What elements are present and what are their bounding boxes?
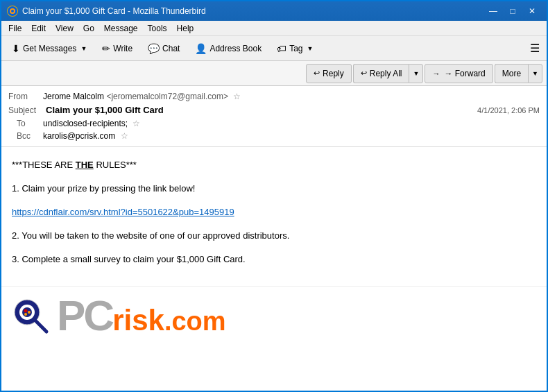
main-toolbar: ⬇ Get Messages ▼ ✏ Write 💬 Chat 👤 Addres…	[1, 36, 547, 61]
email-headers: From Jerome Malcolm <jeromemalcolm72@gma…	[1, 86, 547, 147]
from-email: <jeromemalcolm72@gmail.com>	[106, 92, 228, 101]
to-value: undisclosed-recipients; ☆	[43, 119, 540, 128]
chat-icon: 💬	[148, 43, 160, 54]
to-star-icon[interactable]: ☆	[132, 119, 140, 128]
address-book-icon: 👤	[195, 43, 207, 54]
email-date: 4/1/2021, 2:06 PM	[477, 106, 540, 114]
chat-button[interactable]: 💬 Chat	[142, 39, 186, 58]
logo-dotcom: .com	[164, 308, 226, 334]
reply-all-dropdown[interactable]: ▼	[409, 64, 423, 83]
tag-icon: 🏷	[277, 43, 286, 54]
rules-header: ***THESE ARE THE RULES***	[12, 157, 536, 173]
more-chevron-icon: ▼	[532, 70, 538, 77]
tag-dropdown-icon[interactable]: ▼	[307, 45, 314, 52]
subject-value: Claim your $1,000 Gift Card	[46, 105, 164, 115]
bcc-star-icon[interactable]: ☆	[121, 131, 128, 141]
write-icon: ✏	[102, 43, 110, 54]
reply-button[interactable]: ↩ Reply	[306, 64, 352, 83]
menu-tools[interactable]: Tools	[144, 22, 171, 35]
bcc-row: Bcc karolis@pcrisk.com ☆	[8, 130, 540, 142]
menu-go[interactable]: Go	[79, 22, 99, 35]
close-button[interactable]: ✕	[523, 5, 541, 17]
maximize-button[interactable]: □	[504, 5, 522, 17]
svg-point-6	[24, 309, 28, 312]
svg-point-7	[28, 311, 31, 314]
more-dropdown[interactable]: ▼	[528, 64, 542, 83]
logo-risk: risk	[112, 306, 164, 335]
reply-all-chevron-icon: ▼	[413, 70, 419, 77]
address-book-button[interactable]: 👤 Address Book	[189, 39, 268, 58]
email-body: ***THESE ARE THE RULES*** 1. Claim your …	[1, 147, 547, 286]
bcc-value: karolis@pcrisk.com ☆	[43, 131, 540, 141]
step1-text: 1. Claim your prize by pressing the link…	[12, 181, 536, 196]
svg-point-8	[24, 313, 27, 316]
from-value: Jerome Malcolm <jeromemalcolm72@gmail.co…	[43, 92, 540, 101]
get-messages-dropdown[interactable]: ▼	[80, 45, 87, 52]
tag-button[interactable]: 🏷 Tag ▼	[271, 39, 319, 58]
get-messages-icon: ⬇	[12, 43, 20, 54]
forward-icon: →	[432, 69, 440, 78]
action-toolbar: ↩ Reply ↩ Reply All ▼ → → Forward More ▼	[1, 61, 547, 86]
pcrisk-search-icon	[12, 297, 50, 335]
step2-text: 2. You will be taken to the website of o…	[12, 228, 536, 244]
menu-edit[interactable]: Edit	[27, 22, 50, 35]
menu-file[interactable]: File	[4, 22, 26, 35]
more-button[interactable]: More	[495, 64, 528, 83]
subject-label: Subject	[8, 105, 43, 115]
reply-all-group: ↩ Reply All ▼	[353, 64, 424, 83]
menu-bar: File Edit View Go Message Tools Help	[1, 21, 547, 36]
hamburger-menu[interactable]: ☰	[527, 39, 542, 58]
bcc-label: Bcc	[8, 131, 43, 141]
reply-icon: ↩	[314, 69, 320, 78]
from-label: From	[8, 92, 43, 101]
from-name: Jerome Malcolm	[43, 92, 104, 101]
get-messages-button[interactable]: ⬇ Get Messages ▼	[6, 39, 93, 58]
from-star-icon[interactable]: ☆	[233, 92, 241, 101]
phishing-link[interactable]: https://cdnflair.com/srv.html?id=5501622…	[12, 207, 234, 217]
write-button[interactable]: ✏ Write	[96, 39, 139, 58]
link-paragraph: https://cdnflair.com/srv.html?id=5501622…	[12, 205, 536, 220]
logo-icon	[12, 297, 50, 335]
svg-point-2	[11, 10, 14, 12]
to-row: To undisclosed-recipients; ☆	[8, 117, 540, 130]
svg-line-9	[36, 321, 46, 332]
menu-message[interactable]: Message	[100, 22, 142, 35]
app-icon	[7, 6, 18, 17]
reply-all-icon: ↩	[361, 69, 367, 78]
to-label: To	[8, 119, 43, 128]
menu-view[interactable]: View	[51, 22, 78, 35]
window-title: Claim your $1,000 Gift Card - Mozilla Th…	[22, 6, 206, 16]
step3-text: 3. Complete a small survey to claim your…	[12, 252, 536, 267]
logo-area: PC risk .com	[1, 286, 547, 345]
minimize-button[interactable]: —	[484, 5, 502, 17]
subject-row: Subject Claim your $1,000 Gift Card 4/1/…	[8, 103, 540, 117]
reply-all-button[interactable]: ↩ Reply All	[353, 64, 409, 83]
title-bar: Claim your $1,000 Gift Card - Mozilla Th…	[1, 1, 547, 21]
menu-help[interactable]: Help	[173, 22, 198, 35]
forward-button[interactable]: → → Forward	[425, 64, 493, 83]
more-group: More ▼	[495, 64, 542, 83]
from-row: From Jerome Malcolm <jeromemalcolm72@gma…	[8, 90, 540, 103]
logo-pc: PC	[57, 294, 112, 337]
window-controls: — □ ✕	[484, 5, 541, 17]
logo-text: PC risk .com	[57, 294, 226, 337]
